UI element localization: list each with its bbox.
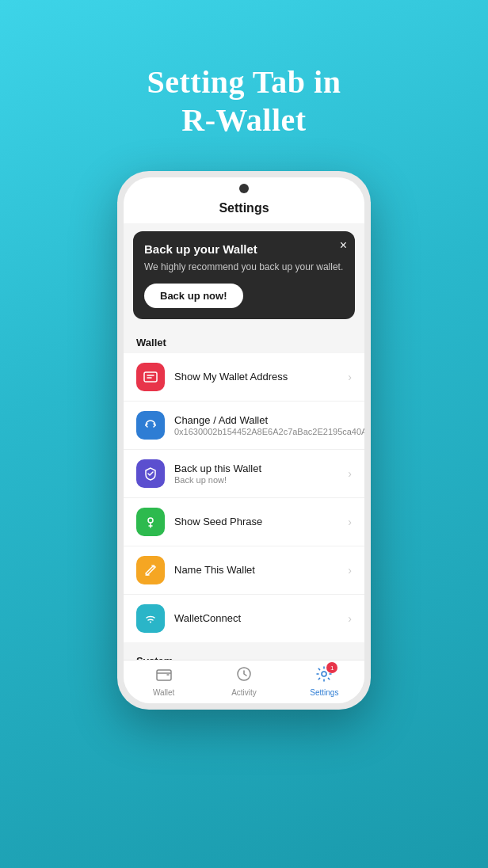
nav-item-wallet[interactable]: Wallet bbox=[124, 665, 204, 697]
chevron-icon: › bbox=[348, 516, 352, 528]
close-banner-button[interactable]: × bbox=[340, 239, 347, 252]
change-wallet-text: Change / Add Wallet 0x1630002b154452A8E6… bbox=[174, 414, 364, 436]
chevron-icon: › bbox=[348, 467, 352, 480]
screen-title: Settings bbox=[136, 201, 352, 215]
phone-screen: Settings × Back up your Wallet We highly… bbox=[124, 177, 364, 703]
menu-item-seed-phrase[interactable]: Show Seed Phrase › bbox=[124, 498, 364, 546]
system-section-label: System bbox=[124, 645, 364, 660]
activity-nav-label: Activity bbox=[231, 688, 257, 697]
chevron-icon: › bbox=[348, 612, 352, 625]
activity-nav-icon bbox=[235, 665, 253, 687]
backup-banner: × Back up your Wallet We highly recommen… bbox=[133, 231, 355, 319]
nav-item-activity[interactable]: Activity bbox=[204, 665, 284, 697]
menu-item-walletconnect[interactable]: WalletConnect › bbox=[124, 595, 364, 642]
svg-rect-0 bbox=[144, 372, 157, 382]
backup-now-button[interactable]: Back up now! bbox=[144, 284, 243, 308]
backup-wallet-subtitle: Back up now! bbox=[174, 475, 348, 485]
walletconnect-icon bbox=[136, 604, 165, 633]
camera-notch bbox=[239, 184, 249, 193]
screen-content: × Back up your Wallet We highly recommen… bbox=[124, 223, 364, 660]
bottom-nav: Wallet Activity 1 bbox=[124, 660, 364, 703]
settings-badge: 1 bbox=[326, 662, 337, 673]
hero-title: Setting Tab in R-Wallet bbox=[147, 63, 341, 139]
svg-point-2 bbox=[150, 621, 151, 622]
seed-phrase-title: Show Seed Phrase bbox=[174, 516, 348, 527]
settings-nav-label: Settings bbox=[310, 688, 338, 697]
wallet-section-label: Wallet bbox=[124, 327, 364, 353]
wallet-nav-icon bbox=[155, 665, 173, 687]
seed-phrase-text: Show Seed Phrase bbox=[174, 516, 348, 527]
phone-frame: Settings × Back up your Wallet We highly… bbox=[117, 171, 371, 710]
show-wallet-title: Show My Wallet Address bbox=[174, 371, 348, 383]
name-wallet-title: Name This Wallet bbox=[174, 564, 348, 576]
chevron-icon: › bbox=[348, 564, 352, 577]
change-wallet-title: Change / Add Wallet bbox=[174, 414, 364, 426]
name-wallet-text: Name This Wallet bbox=[174, 564, 348, 576]
change-wallet-subtitle: 0x1630002b154452A8E6A2c7aBac2E2195ca40A8… bbox=[174, 427, 364, 436]
banner-title: Back up your Wallet bbox=[144, 242, 344, 256]
show-wallet-text: Show My Wallet Address bbox=[174, 371, 348, 383]
walletconnect-title: WalletConnect bbox=[174, 612, 348, 624]
settings-nav-icon: 1 bbox=[315, 665, 333, 687]
svg-point-1 bbox=[148, 518, 153, 523]
wallet-nav-label: Wallet bbox=[153, 688, 174, 697]
menu-item-backup-wallet[interactable]: Back up this Wallet Back up now! › bbox=[124, 450, 364, 498]
backup-wallet-title: Back up this Wallet bbox=[174, 463, 348, 474]
menu-item-name-wallet[interactable]: Name This Wallet › bbox=[124, 546, 364, 595]
show-wallet-icon bbox=[136, 363, 165, 391]
wallet-menu-list: Show My Wallet Address › Change / A bbox=[124, 353, 364, 642]
banner-description: We highly recommend you back up your wal… bbox=[144, 261, 344, 274]
backup-wallet-text: Back up this Wallet Back up now! bbox=[174, 463, 348, 485]
chevron-icon: › bbox=[348, 371, 352, 383]
svg-point-5 bbox=[322, 672, 326, 676]
seed-phrase-icon bbox=[136, 508, 165, 536]
change-wallet-icon bbox=[136, 411, 165, 440]
menu-item-change-wallet[interactable]: Change / Add Wallet 0x1630002b154452A8E6… bbox=[124, 402, 364, 450]
backup-wallet-icon bbox=[136, 459, 165, 488]
name-wallet-icon bbox=[136, 556, 165, 584]
hero-section: Setting Tab in R-Wallet bbox=[147, 0, 341, 139]
nav-item-settings[interactable]: 1 Settings bbox=[284, 665, 364, 697]
walletconnect-text: WalletConnect bbox=[174, 612, 348, 624]
menu-item-show-wallet-address[interactable]: Show My Wallet Address › bbox=[124, 353, 364, 402]
